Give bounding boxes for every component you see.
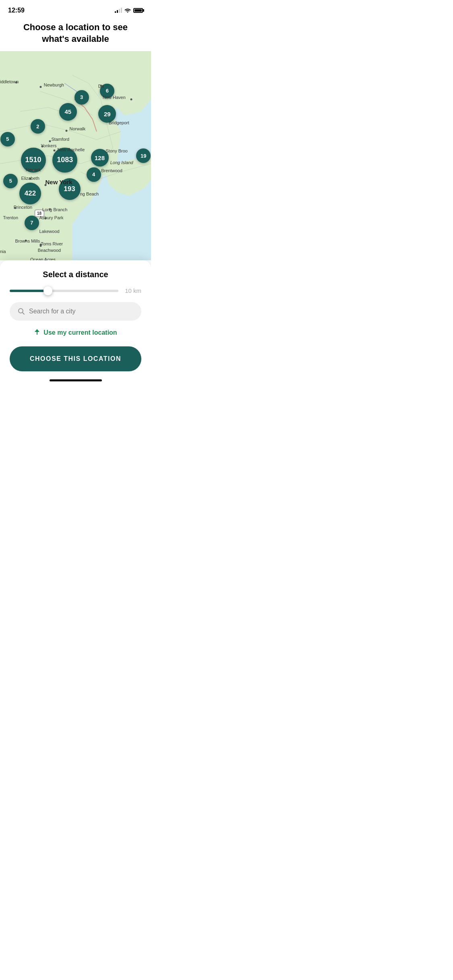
use-current-location-button[interactable]: Use my current location [10,329,141,337]
map-dot-yonkers [41,145,43,147]
distance-slider-container: 10 km [10,287,141,294]
cluster-45[interactable]: 45 [59,103,77,121]
search-city-container[interactable] [10,302,141,321]
cluster-5a[interactable]: 5 [0,132,15,146]
map-dot-asburypark [44,218,46,220]
wifi-icon [124,8,131,14]
status-icons [115,8,143,14]
map-dot-da [100,84,102,86]
cluster-128[interactable]: 128 [91,149,109,167]
search-city-input[interactable] [29,308,133,315]
cluster-4[interactable]: 4 [87,167,101,182]
cluster-5b[interactable]: 5 [3,174,18,188]
map-dot-princeton [14,207,16,209]
map-dot-newrochelle [54,150,56,152]
search-icon [18,308,25,315]
cluster-422[interactable]: 422 [19,183,41,204]
cluster-3[interactable]: 3 [74,90,89,105]
home-indicator [10,379,141,385]
map-dot-norwalk [66,130,68,132]
map-dot-elizabeth [29,178,31,180]
battery-icon [133,8,143,13]
cluster-1510[interactable]: 1510 [21,148,46,173]
road-marker-18: 18 [34,210,44,217]
signal-icon [115,8,122,13]
slider-track-wrapper [10,290,118,292]
map-dot-middletown [16,82,18,84]
map-dot-newyork [44,184,46,186]
map-dot-stamford [49,140,51,142]
map-dot-longbranch [49,208,51,210]
page-title: Choose a location to see what's availabl… [16,22,135,45]
map-dot-newburgh [40,86,42,88]
panel-title: Select a distance [10,270,141,279]
home-bar [50,379,102,381]
cluster-29[interactable]: 29 [98,105,116,123]
cluster-19[interactable]: 19 [136,148,151,163]
cluster-7[interactable]: 7 [25,216,39,230]
bottom-panel: Select a distance 10 km Use my current [0,260,151,385]
location-arrow-icon [34,329,40,337]
cluster-2[interactable]: 2 [31,119,45,134]
status-time: 12:59 [8,7,25,14]
slider-value: 10 km [123,287,141,294]
cluster-1083[interactable]: 1083 [52,148,77,173]
map-dot-newhaven [130,98,132,100]
map-dot-beachwood [40,245,42,247]
use-current-location-label: Use my current location [43,329,117,336]
map-dot-brownsmills [25,239,27,241]
map-view[interactable]: 3 6 45 29 2 5 1510 1083 128 19 5 4 422 1… [0,51,151,260]
cluster-193[interactable]: 193 [59,178,81,200]
choose-location-button[interactable]: CHOOSE THIS LOCATION [10,346,141,371]
status-bar: 12:59 [0,0,151,18]
svg-line-7 [23,313,25,315]
map-dot-newark [32,169,34,171]
page-header: Choose a location to see what's availabl… [0,18,151,51]
